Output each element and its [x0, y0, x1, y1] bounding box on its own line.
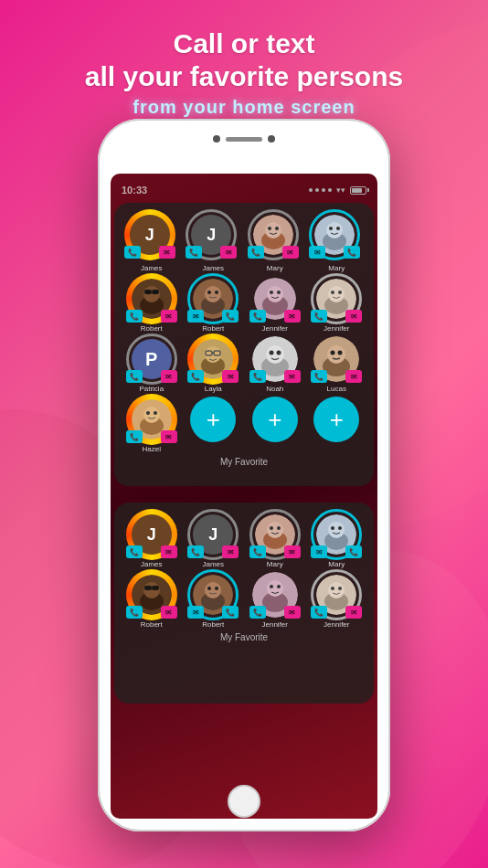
- signal-dot-2: [315, 188, 319, 192]
- svg-point-35: [338, 291, 342, 294]
- w2-contact-robert-1[interactable]: ✉ 📞 Robert: [122, 572, 182, 629]
- w2-msg-r2: 📞: [222, 606, 239, 619]
- w2-call-r1: 📞: [126, 606, 143, 619]
- contact-robert-1[interactable]: ✉ 📞 Robert: [122, 276, 182, 333]
- row-2: ✉ 📞 Robert: [122, 276, 366, 333]
- phone-screen: 10:33 ▾▾: [111, 174, 377, 819]
- svg-point-50: [331, 351, 335, 355]
- initial-p: P: [145, 349, 157, 370]
- w2-contact-jennifer-1[interactable]: ✉ 📞 Jennifer: [245, 572, 305, 629]
- phone-frame: 10:33 ▾▾: [98, 119, 390, 831]
- contact-mary-1[interactable]: ✉ 📞 Mary: [245, 212, 305, 272]
- contact-patricia[interactable]: P ✉ 📞 Patricia: [122, 336, 182, 393]
- svg-point-74: [205, 582, 221, 598]
- row-1: J ✉ 📞 James J: [122, 212, 366, 272]
- msg-badge-m2: 📞: [344, 246, 360, 259]
- svg-point-45: [269, 351, 273, 355]
- add-icon-3[interactable]: +: [313, 397, 359, 442]
- msg-badge-hazel: ✉: [161, 430, 177, 443]
- w2-contact-james-1[interactable]: J ✉ 📞 James: [122, 512, 182, 568]
- msg-badge-r1: ✉: [161, 310, 177, 323]
- call-badge-lucas: 📞: [311, 370, 327, 383]
- svg-point-46: [276, 351, 281, 355]
- svg-point-33: [328, 286, 345, 302]
- name-robert-2: Robert: [202, 324, 224, 333]
- svg-point-29: [270, 291, 273, 294]
- msg-badge-pat: ✉: [161, 370, 177, 383]
- svg-point-56: [154, 411, 157, 415]
- svg-point-69: [143, 582, 160, 598]
- initial-j1: J: [145, 226, 154, 245]
- svg-point-76: [215, 587, 218, 590]
- call-badge-j1: 📞: [124, 246, 141, 259]
- initial-j2: J: [207, 226, 216, 245]
- msg-badge-j2: ✉: [220, 246, 237, 259]
- w2-msg-j1: ✉: [161, 545, 177, 558]
- svg-point-34: [331, 291, 334, 294]
- call-badge-noah: 📞: [249, 370, 266, 383]
- widget-2: J ✉ 📞 James J ✉ 📞: [114, 503, 374, 704]
- w2-contact-robert-2[interactable]: 📞 ✉ Robert: [184, 572, 244, 629]
- name-james-1: James: [141, 264, 163, 272]
- w2-msg-m1: ✉: [284, 545, 301, 558]
- w2-initial-j2: J: [208, 525, 217, 545]
- contact-layla[interactable]: ✉ 📞 Layla: [184, 336, 244, 393]
- msg-badge-lucas: ✉: [345, 370, 362, 383]
- w2-contact-james-2[interactable]: J ✉ 📞 James: [184, 512, 244, 568]
- w2-row-1: J ✉ 📞 James J ✉ 📞: [122, 512, 366, 568]
- contact-mary-2[interactable]: 📞 ✉ Mary: [307, 212, 367, 272]
- w2-name-jennifer-1: Jennifer: [262, 620, 288, 629]
- avatar-james-2: J ✉ 📞: [188, 212, 238, 261]
- name-layla: Layla: [205, 385, 222, 393]
- svg-point-84: [328, 582, 345, 598]
- w2-contact-mary-2[interactable]: 📞 ✉ Mary: [307, 512, 367, 568]
- contact-jennifer-2[interactable]: ✉ 📞 Jennifer: [307, 276, 367, 333]
- w2-call-m1: 📞: [249, 545, 266, 558]
- msg-badge-m1: ✉: [282, 246, 299, 259]
- wifi-icon: ▾▾: [336, 185, 345, 195]
- status-time: 10:33: [122, 185, 147, 196]
- w2-contact-jennifer-2[interactable]: ✉ 📞 Jennifer: [307, 572, 367, 629]
- svg-point-66: [338, 526, 342, 530]
- add-icon-2[interactable]: +: [252, 397, 298, 442]
- call-badge-r2: ✉: [187, 310, 204, 323]
- w2-contact-mary-1[interactable]: ✉ 📞 Mary: [245, 512, 305, 568]
- name-lucas: Lucas: [327, 385, 346, 393]
- svg-point-24: [207, 291, 211, 294]
- msg-badge-jen1: ✉: [284, 310, 301, 323]
- w2-msg-m2: 📞: [345, 545, 362, 558]
- w2-msg-jen1: ✉: [284, 606, 301, 619]
- camera-dot: [213, 135, 220, 143]
- svg-point-25: [215, 291, 218, 294]
- w2-name-mary-2: Mary: [328, 560, 345, 568]
- svg-point-49: [327, 345, 345, 364]
- w2-call-j2: 📞: [187, 545, 204, 558]
- contact-james-1[interactable]: J ✉ 📞 James: [122, 212, 182, 272]
- add-button-2[interactable]: +: [245, 397, 305, 453]
- avatar-james-1: J ✉ 📞: [127, 212, 176, 261]
- w2-initial-j1: J: [147, 525, 156, 545]
- contact-lucas[interactable]: ✉ 📞 Lucas: [307, 336, 367, 393]
- svg-point-15: [143, 286, 160, 302]
- row-4: ✉ 📞 Hazel + + +: [122, 397, 366, 453]
- widget-2-label: My Favorite: [122, 632, 366, 642]
- w2-call-jen1: 📞: [249, 606, 266, 619]
- call-badge-hazel: 📞: [126, 430, 143, 443]
- svg-point-12: [336, 227, 340, 230]
- name-jennifer-2: Jennifer: [324, 324, 349, 333]
- add-button-1[interactable]: +: [184, 397, 244, 453]
- call-badge-layla: 📞: [187, 370, 204, 383]
- contact-james-2[interactable]: J ✉ 📞 James: [184, 212, 244, 272]
- msg-badge-jen2: ✉: [345, 310, 362, 323]
- contact-hazel[interactable]: ✉ 📞 Hazel: [122, 397, 182, 453]
- call-badge-r1: 📞: [126, 310, 143, 323]
- contact-robert-2[interactable]: 📞 ✉ Robert: [184, 276, 244, 333]
- add-icon-1[interactable]: +: [190, 397, 236, 442]
- svg-point-80: [270, 585, 273, 588]
- name-mary-1: Mary: [267, 264, 283, 272]
- home-button[interactable]: [228, 785, 260, 818]
- contact-noah[interactable]: ✉ 📞 Noah: [245, 336, 305, 393]
- contact-jennifer-1[interactable]: ✉ 📞 Jennifer: [245, 276, 305, 333]
- signal-dot-4: [328, 188, 332, 192]
- add-button-3[interactable]: +: [307, 397, 367, 453]
